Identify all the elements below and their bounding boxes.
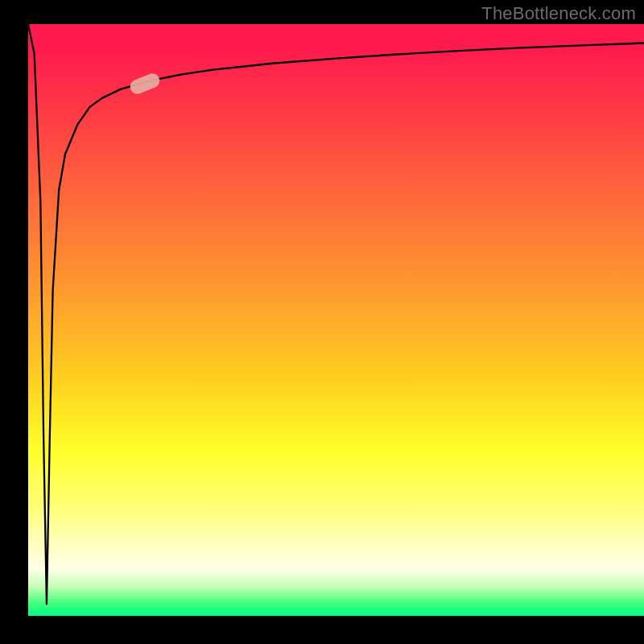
y-axis-gutter [0,0,28,644]
x-axis-gutter [28,616,644,644]
watermark-text: TheBottleneck.com [481,3,636,24]
chart-curve [28,24,644,616]
chart-plot-area [28,24,644,616]
